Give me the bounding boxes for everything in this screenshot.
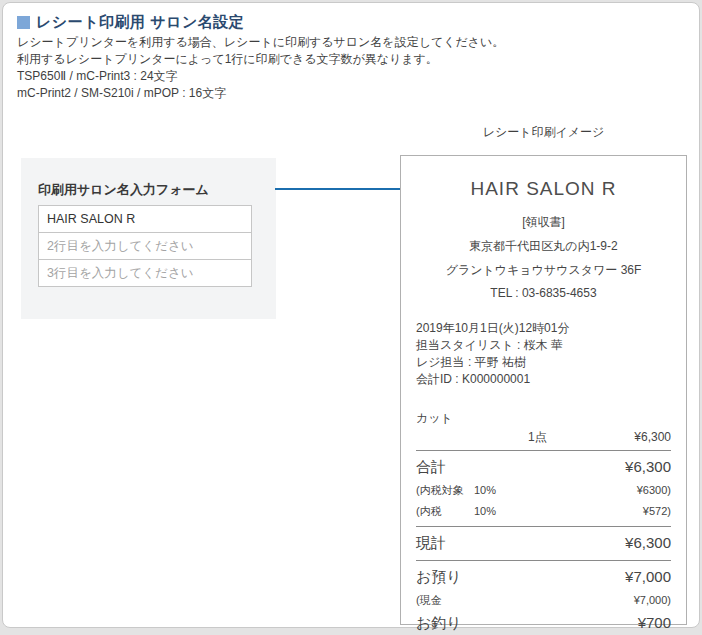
cash-label: (現金: [416, 593, 442, 608]
receipt-address-line: 東京都千代田区丸の内1-9-2: [416, 238, 671, 255]
description-line: レシートプリンターを利用する場合、レシートに印刷するサロン名を設定してください。: [17, 34, 504, 51]
description-line: mC-Print2 / SM-S210i / mPOP : 16文字: [17, 85, 504, 102]
receipt-divider: [416, 560, 671, 561]
receipt-item-name: カット: [416, 410, 671, 427]
receipt-deposit-row: お預り ¥7,000: [416, 565, 671, 590]
tax-target-label: (内税対象: [416, 483, 474, 498]
settings-panel: レシート印刷用 サロン名設定 レシートプリンターを利用する場合、レシートに印刷す…: [2, 2, 700, 628]
receipt-doc-type: [領収書]: [416, 214, 671, 231]
receipt-tel: TEL : 03-6835-4653: [416, 286, 671, 300]
page-header: レシート印刷用 サロン名設定: [17, 13, 244, 32]
salon-name-form: 印刷用サロン名入力フォーム: [21, 158, 276, 319]
change-label: お釣り: [416, 614, 462, 633]
tax-target-value: ¥6300): [637, 484, 671, 496]
receipt-item-price: ¥6,300: [634, 430, 671, 444]
form-title: 印刷用サロン名入力フォーム: [38, 181, 209, 199]
receipt-cashier: レジ担当 : 平野 祐樹: [416, 354, 671, 371]
receipt-cash-row: (現金 ¥7,000): [416, 590, 671, 611]
receipt-divider: [416, 526, 671, 527]
salon-name-inputs: [38, 205, 252, 287]
salon-name-line3-input[interactable]: [38, 259, 252, 287]
description-block: レシートプリンターを利用する場合、レシートに印刷するサロン名を設定してください。…: [17, 34, 504, 102]
net-total-label: 現計: [416, 534, 446, 553]
receipt-preview: HAIR SALON R [領収書] 東京都千代田区丸の内1-9-2 グラントウ…: [400, 155, 687, 625]
description-line: TSP650Ⅱ / mC-Print3 : 24文字: [17, 68, 504, 85]
receipt-account-id: 会計ID : K000000001: [416, 371, 671, 388]
receipt-stylist: 担当スタイリスト : 桜木 華: [416, 337, 671, 354]
preview-label: レシート印刷イメージ: [400, 124, 687, 141]
cash-value: ¥7,000): [634, 594, 671, 606]
change-value: ¥700: [638, 614, 671, 631]
tax-pct: 10%: [474, 505, 496, 517]
receipt-item-qty: 1点: [528, 429, 547, 446]
salon-name-line2-input[interactable]: [38, 232, 252, 260]
receipt-net-total-row: 現計 ¥6,300: [416, 531, 671, 556]
receipt-datetime: 2019年10月1日(火)12時01分: [416, 320, 671, 337]
receipt-info-block: 2019年10月1日(火)12時01分 担当スタイリスト : 桜木 華 レジ担当…: [416, 320, 671, 388]
deposit-label: お預り: [416, 568, 462, 587]
salon-name-line1-input[interactable]: [38, 205, 252, 233]
receipt-salon-name: HAIR SALON R: [416, 178, 671, 200]
connector-line: [275, 188, 414, 190]
receipt-change-row: お釣り ¥700: [416, 611, 671, 635]
receipt-tax-target-row: (内税対象 10% ¥6300): [416, 480, 671, 501]
receipt-tax-row: (内税 10% ¥572): [416, 501, 671, 522]
net-total-value: ¥6,300: [625, 534, 671, 551]
section-marker-icon: [17, 16, 30, 29]
tax-label: (内税: [416, 504, 474, 519]
subtotal-label: 合計: [416, 458, 446, 477]
receipt-address-line: グラントウキョウサウスタワー 36F: [416, 262, 671, 279]
receipt-subtotal-row: 合計 ¥6,300: [416, 455, 671, 480]
receipt-divider: [416, 450, 671, 451]
description-line: 利用するレシートプリンターによって1行に印刷できる文字数が異なります。: [17, 51, 504, 68]
receipt-item-row: 1点 ¥6,300: [416, 429, 671, 446]
subtotal-value: ¥6,300: [625, 458, 671, 475]
page-title: レシート印刷用 サロン名設定: [36, 13, 244, 32]
tax-value: ¥572): [643, 505, 671, 517]
tax-target-pct: 10%: [474, 484, 496, 496]
deposit-value: ¥7,000: [625, 568, 671, 585]
